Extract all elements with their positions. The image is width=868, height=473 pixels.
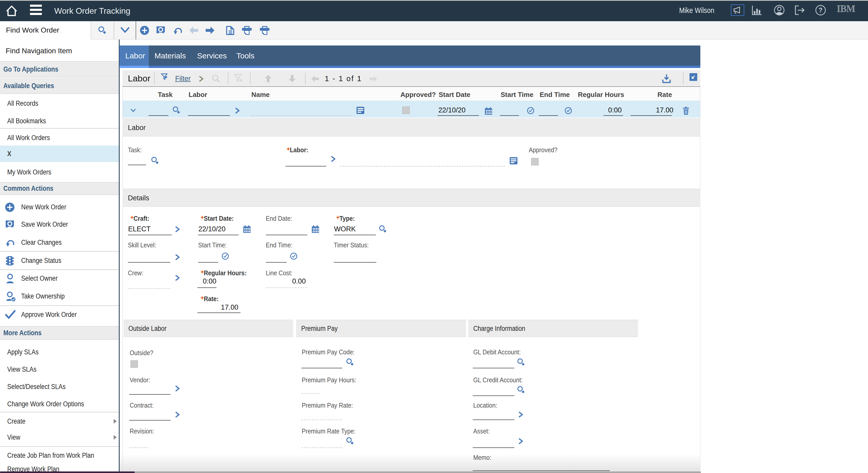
svg-text:IBM: IBM: [837, 3, 855, 14]
svg-text:?: ?: [819, 6, 823, 14]
